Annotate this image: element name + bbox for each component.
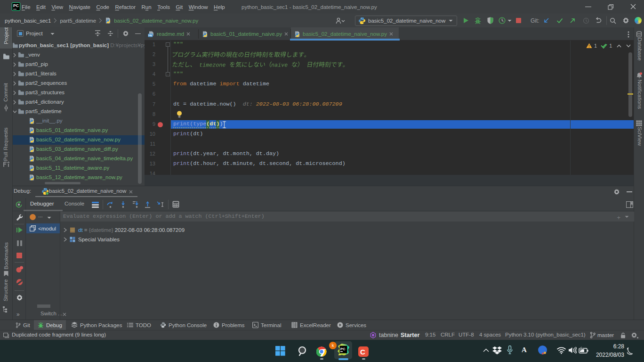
svg-text:PC: PC xyxy=(340,347,346,351)
